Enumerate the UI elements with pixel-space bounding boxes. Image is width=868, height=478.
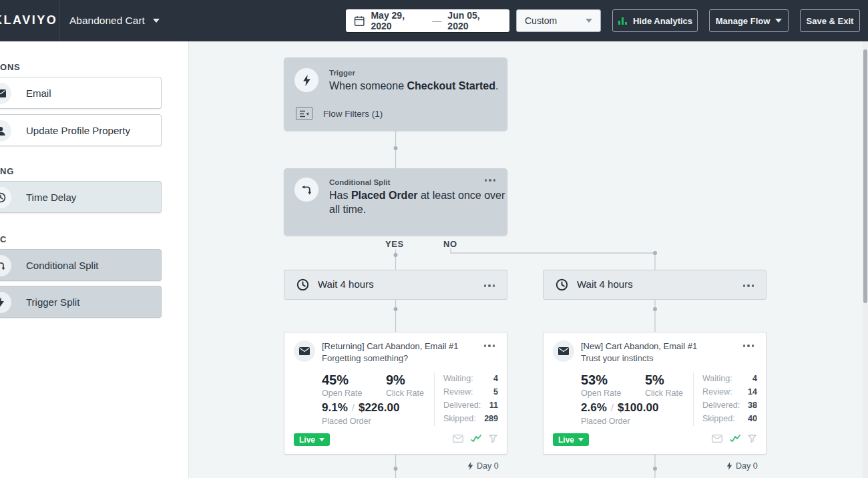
more-options-icon[interactable] <box>740 342 757 350</box>
more-options-icon[interactable] <box>740 282 757 290</box>
lightning-icon <box>0 292 11 313</box>
clock-icon <box>296 278 309 294</box>
stat-divider: / <box>611 402 614 413</box>
sidebar-item-conditional-split[interactable]: Conditional Split <box>0 249 162 281</box>
trigger-type-label: Trigger <box>329 69 355 77</box>
range-preset-select[interactable]: Custom <box>516 9 601 32</box>
flow-canvas[interactable]: Trigger When someone Checkout Started. F… <box>189 41 868 478</box>
placed-order-value: $226.00 <box>359 401 399 415</box>
branch-yes-label: YES <box>385 239 404 249</box>
vertical-scrollbar-track[interactable] <box>863 41 868 478</box>
conditional-split-text: Has Placed Order at least once over all … <box>329 188 508 216</box>
email-title: [New] Cart Abandon, Email #1 <box>581 341 697 351</box>
time-delay-node[interactable]: Wait 4 hours <box>543 270 767 300</box>
more-options-icon[interactable] <box>481 282 498 290</box>
bar-chart-icon <box>618 16 628 25</box>
placed-order-rate: 9.1% <box>322 401 348 415</box>
click-rate-value: 9% <box>386 373 405 388</box>
vertical-scrollbar-thumb[interactable] <box>863 49 867 303</box>
save-exit-label: Save & Exit <box>807 16 854 26</box>
range-preset-value: Custom <box>525 15 557 26</box>
date-start: May 29, 2020 <box>371 10 426 31</box>
sidebar-palette: ONS Email Update Profile Property NG Tim… <box>0 41 189 478</box>
analytics-trend-icon[interactable] <box>730 435 740 443</box>
date-separator: — <box>432 15 441 26</box>
placed-order-rate: 2.6% <box>581 401 607 415</box>
analytics-trend-icon[interactable] <box>471 435 481 443</box>
date-range-picker[interactable]: May 29, 2020 — Jun 05, 2020 <box>346 9 509 32</box>
counter-value: 11 <box>443 401 498 410</box>
day-marker: Day 0 <box>726 461 758 471</box>
click-rate-label: Click Rate <box>645 389 683 398</box>
placed-order-value: $100.00 <box>618 401 658 415</box>
lightning-icon <box>726 462 732 470</box>
sidebar-item-email[interactable]: Email <box>0 77 162 109</box>
envelope-check-icon[interactable] <box>453 435 463 443</box>
sidebar-item-label: Time Delay <box>26 192 76 203</box>
time-delay-node[interactable]: Wait 4 hours <box>284 270 507 300</box>
more-options-icon[interactable] <box>482 176 499 184</box>
chevron-down-icon <box>153 19 160 23</box>
open-rate-value: 45% <box>322 373 349 388</box>
email-node[interactable]: [Returning] Cart Abandon, Email #1 Forge… <box>284 332 507 455</box>
conditional-split-type-label: Conditional Split <box>329 178 390 186</box>
counter-value: 38 <box>702 401 757 410</box>
manage-flow-button[interactable]: Manage Flow <box>709 9 789 32</box>
split-arrows-icon <box>0 255 11 276</box>
counter-value: 40 <box>702 414 757 423</box>
day-marker: Day 0 <box>467 461 499 471</box>
filter-funnel-icon[interactable] <box>748 435 756 443</box>
manage-flow-label: Manage Flow <box>716 16 771 26</box>
flow-filters-link[interactable]: Flow Filters (1) <box>296 107 383 120</box>
chevron-down-icon <box>319 438 324 441</box>
open-rate-label: Open Rate <box>581 389 621 398</box>
conditional-split-node[interactable]: Conditional Split Has Placed Order at le… <box>284 168 507 236</box>
sidebar-item-update-profile-property[interactable]: Update Profile Property <box>0 114 162 146</box>
hide-analytics-label: Hide Analytics <box>633 16 692 26</box>
open-rate-label: Open Rate <box>322 389 362 398</box>
sidebar-item-label: Update Profile Property <box>26 125 130 136</box>
day-marker-label: Day 0 <box>736 461 758 471</box>
sidebar-item-time-delay[interactable]: Time Delay <box>0 181 162 213</box>
sidebar-item-label: Email <box>26 87 51 99</box>
day-marker-label: Day 0 <box>477 461 499 471</box>
sidebar-item-trigger-split[interactable]: Trigger Split <box>0 286 162 318</box>
status-label: Live <box>299 435 315 445</box>
filter-lines-icon <box>296 107 312 120</box>
email-icon <box>294 340 315 362</box>
sidebar-section-timing: NG <box>0 166 14 176</box>
status-badge[interactable]: Live <box>294 433 330 446</box>
email-node[interactable]: [New] Cart Abandon, Email #1 Trust your … <box>543 332 767 455</box>
hide-analytics-button[interactable]: Hide Analytics <box>612 9 698 32</box>
top-bar: KLAVIYO Abandoned Cart May 29, 2020 — Ju… <box>0 0 868 41</box>
stats-divider <box>693 373 694 426</box>
more-options-icon[interactable] <box>481 342 498 350</box>
status-badge[interactable]: Live <box>553 433 589 446</box>
flow-name-dropdown[interactable]: Abandoned Cart <box>69 0 160 41</box>
open-rate-value: 53% <box>581 373 608 388</box>
save-exit-button[interactable]: Save & Exit <box>800 9 860 32</box>
counter-value: 4 <box>702 374 757 383</box>
click-rate-value: 5% <box>645 373 664 388</box>
stats-divider <box>434 373 435 426</box>
chevron-down-icon <box>775 19 782 23</box>
envelope-check-icon[interactable] <box>712 435 722 443</box>
flow-name-label: Abandoned Cart <box>69 15 145 27</box>
status-label: Live <box>558 435 574 445</box>
clock-icon <box>0 187 11 208</box>
trigger-text: When someone Checkout Started. <box>329 79 498 93</box>
email-quick-actions <box>453 435 497 443</box>
klaviyo-logo: KLAVIYO <box>0 13 57 27</box>
lightning-icon <box>294 68 318 92</box>
time-delay-label: Wait 4 hours <box>577 278 633 290</box>
person-icon <box>0 120 11 142</box>
trigger-node[interactable]: Trigger When someone Checkout Started. F… <box>284 57 507 131</box>
chevron-down-icon <box>578 438 584 441</box>
counter-value: 289 <box>443 414 498 423</box>
filter-funnel-icon[interactable] <box>489 435 497 443</box>
sidebar-item-label: Conditional Split <box>26 260 98 271</box>
lightning-icon <box>467 462 473 470</box>
chevron-down-icon <box>586 19 592 23</box>
time-delay-label: Wait 4 hours <box>318 278 374 290</box>
email-title: [Returning] Cart Abandon, Email #1 <box>322 341 459 351</box>
